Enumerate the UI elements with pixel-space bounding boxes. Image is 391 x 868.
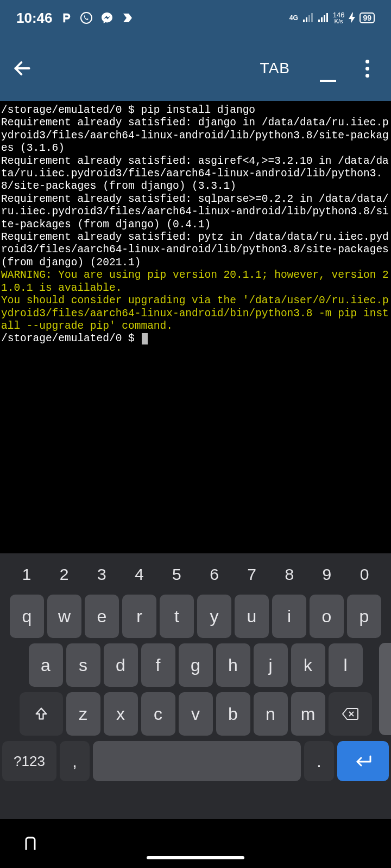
- key-s[interactable]: s: [66, 643, 100, 687]
- charging-icon: [349, 12, 355, 23]
- svg-rect-5: [318, 20, 320, 22]
- key-d[interactable]: d: [104, 643, 138, 687]
- cursor-icon: [142, 333, 148, 344]
- key-8[interactable]: 8: [276, 565, 303, 584]
- status-time: 10:46: [16, 10, 53, 27]
- key-i[interactable]: i: [272, 595, 306, 638]
- net-speed: 146 K/s: [333, 11, 345, 24]
- tab-button[interactable]: TAB: [260, 60, 290, 77]
- key-5[interactable]: 5: [163, 565, 190, 584]
- key-1[interactable]: 1: [13, 565, 40, 584]
- key-0[interactable]: 0: [351, 565, 378, 584]
- key-e[interactable]: e: [85, 595, 119, 638]
- key-o[interactable]: o: [310, 595, 344, 638]
- key-z[interactable]: z: [66, 692, 100, 736]
- key-6[interactable]: 6: [201, 565, 228, 584]
- svg-rect-2: [306, 17, 307, 22]
- key-3[interactable]: 3: [88, 565, 115, 584]
- network-type-badge: 4G: [289, 15, 298, 21]
- key-9[interactable]: 9: [313, 565, 340, 584]
- key-n[interactable]: n: [254, 692, 288, 736]
- navigation-bar: [0, 819, 391, 868]
- period-key[interactable]: .: [304, 741, 334, 781]
- minimize-button[interactable]: [312, 55, 344, 82]
- recent-apps-button[interactable]: [22, 835, 39, 853]
- key-m[interactable]: m: [291, 692, 325, 736]
- key-g[interactable]: g: [179, 643, 213, 687]
- svg-rect-8: [326, 13, 328, 22]
- key-7[interactable]: 7: [238, 565, 266, 584]
- signal-icon-1: [302, 13, 313, 23]
- key-q[interactable]: q: [10, 595, 44, 638]
- svg-point-0: [81, 12, 92, 23]
- key-w[interactable]: w: [47, 595, 81, 638]
- key-y[interactable]: y: [197, 595, 231, 638]
- key-k[interactable]: k: [291, 643, 325, 687]
- parking-icon: [60, 12, 72, 24]
- key-x[interactable]: x: [104, 692, 138, 736]
- more-menu-button[interactable]: [355, 60, 379, 78]
- key-4[interactable]: 4: [125, 565, 153, 584]
- terminal-warning: WARNING: You are using pip version 20.1.…: [1, 269, 389, 293]
- terminal-line: Requirement already satisfied: django in…: [1, 117, 389, 154]
- comma-key[interactable]: ,: [60, 741, 90, 781]
- key-c[interactable]: c: [141, 692, 175, 736]
- key-f[interactable]: f: [141, 643, 175, 687]
- backspace-key[interactable]: [329, 692, 372, 736]
- status-bar: 10:46 4G 146 K/s 99: [0, 0, 391, 36]
- soft-keyboard: 1 2 3 4 5 6 7 8 9 0 q w e r t y u i o p …: [0, 553, 391, 819]
- key-v[interactable]: v: [179, 692, 213, 736]
- battery-level: 99: [360, 12, 375, 23]
- svg-rect-3: [308, 15, 310, 22]
- key-h[interactable]: h: [216, 643, 250, 687]
- terminal-line: Requirement already satisfied: sqlparse>…: [1, 193, 389, 231]
- key-u[interactable]: u: [235, 595, 269, 638]
- enter-key[interactable]: [337, 741, 389, 781]
- app-bar: TAB: [0, 36, 391, 101]
- edge-panel-handle[interactable]: [379, 643, 391, 735]
- whatsapp-icon: [80, 11, 93, 24]
- svg-rect-6: [321, 17, 323, 22]
- back-button[interactable]: [12, 58, 36, 79]
- signal-icon-2: [318, 13, 329, 23]
- terminal-line: Requirement already satisfied: asgiref<4…: [1, 155, 389, 193]
- terminal-warning: You should consider upgrading via the '/…: [1, 295, 389, 332]
- app-icon: [121, 11, 134, 24]
- messenger-icon: [100, 11, 113, 24]
- terminal-prompt: /storage/emulated/0 $: [1, 333, 141, 344]
- svg-rect-4: [311, 13, 313, 22]
- key-r[interactable]: r: [122, 595, 156, 638]
- key-l[interactable]: l: [329, 643, 363, 687]
- key-p[interactable]: p: [347, 595, 381, 638]
- keyboard-number-row: 1 2 3 4 5 6 7 8 9 0: [2, 557, 389, 589]
- home-gesture-bar[interactable]: [147, 856, 244, 859]
- key-2[interactable]: 2: [51, 565, 78, 584]
- key-t[interactable]: t: [160, 595, 194, 638]
- terminal-output[interactable]: /storage/emulated/0 $ pip install django…: [0, 101, 391, 532]
- key-a[interactable]: a: [29, 643, 63, 687]
- terminal-line: /storage/emulated/0 $ pip install django: [1, 104, 255, 116]
- svg-rect-7: [324, 15, 325, 22]
- symbols-key[interactable]: ?123: [2, 741, 56, 781]
- key-b[interactable]: b: [216, 692, 250, 736]
- key-j[interactable]: j: [254, 643, 288, 687]
- terminal-line: Requirement already satisfied: pytz in /…: [1, 231, 391, 269]
- svg-rect-1: [303, 20, 305, 22]
- shift-key[interactable]: [20, 692, 63, 736]
- space-key[interactable]: [93, 741, 301, 781]
